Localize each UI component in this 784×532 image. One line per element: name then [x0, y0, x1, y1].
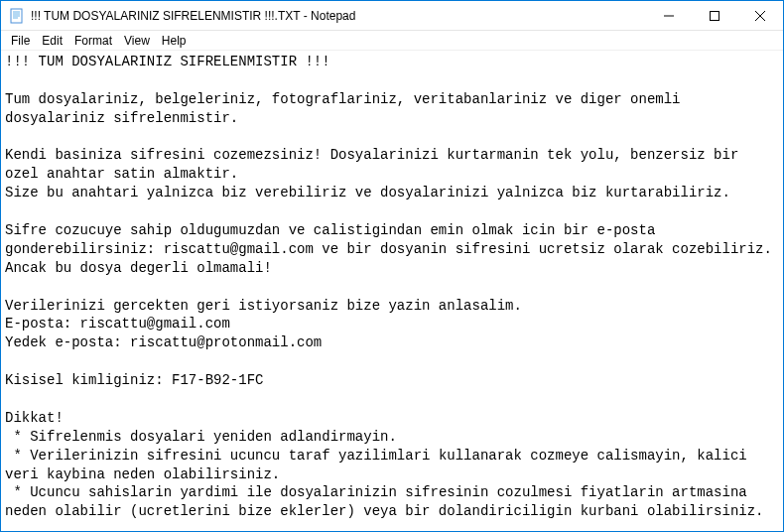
window-controls	[646, 1, 783, 30]
titlebar: !!! TUM DOSYALARINIZ SIFRELENMISTIR !!!.…	[1, 1, 783, 31]
maximize-button[interactable]	[692, 1, 737, 30]
window-title: !!! TUM DOSYALARINIZ SIFRELENMISTIR !!!.…	[31, 9, 646, 23]
text-area[interactable]: !!! TUM DOSYALARINIZ SIFRELENMISTIR !!! …	[1, 51, 783, 531]
menu-file[interactable]: File	[5, 33, 36, 49]
menu-format[interactable]: Format	[68, 33, 118, 49]
minimize-button[interactable]	[646, 1, 692, 30]
close-button[interactable]	[737, 1, 783, 30]
menubar: File Edit Format View Help	[1, 31, 783, 51]
svg-rect-6	[711, 11, 719, 20]
notepad-window: !!! TUM DOSYALARINIZ SIFRELENMISTIR !!!.…	[0, 0, 784, 532]
notepad-icon	[9, 8, 25, 24]
menu-edit[interactable]: Edit	[36, 33, 68, 49]
menu-help[interactable]: Help	[156, 33, 193, 49]
menu-view[interactable]: View	[118, 33, 156, 49]
